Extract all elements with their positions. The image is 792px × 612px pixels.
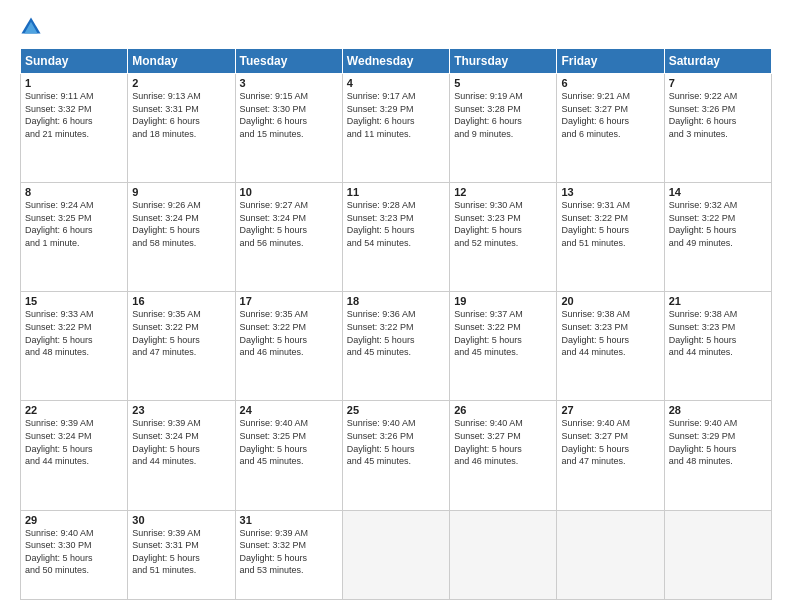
day-number: 24 [240,404,338,416]
day-info: Sunrise: 9:39 AM Sunset: 3:31 PM Dayligh… [132,527,230,577]
day-number: 23 [132,404,230,416]
day-info: Sunrise: 9:40 AM Sunset: 3:29 PM Dayligh… [669,417,767,467]
day-number: 1 [25,77,123,89]
calendar-cell: 27Sunrise: 9:40 AM Sunset: 3:27 PM Dayli… [557,401,664,510]
calendar-week-3: 15Sunrise: 9:33 AM Sunset: 3:22 PM Dayli… [21,292,772,401]
calendar-cell: 4Sunrise: 9:17 AM Sunset: 3:29 PM Daylig… [342,74,449,183]
calendar-cell: 26Sunrise: 9:40 AM Sunset: 3:27 PM Dayli… [450,401,557,510]
day-number: 26 [454,404,552,416]
day-info: Sunrise: 9:27 AM Sunset: 3:24 PM Dayligh… [240,199,338,249]
calendar-cell [450,510,557,599]
day-info: Sunrise: 9:39 AM Sunset: 3:24 PM Dayligh… [132,417,230,467]
calendar-cell: 6Sunrise: 9:21 AM Sunset: 3:27 PM Daylig… [557,74,664,183]
day-info: Sunrise: 9:31 AM Sunset: 3:22 PM Dayligh… [561,199,659,249]
day-info: Sunrise: 9:13 AM Sunset: 3:31 PM Dayligh… [132,90,230,140]
day-info: Sunrise: 9:17 AM Sunset: 3:29 PM Dayligh… [347,90,445,140]
calendar-cell: 14Sunrise: 9:32 AM Sunset: 3:22 PM Dayli… [664,183,771,292]
calendar-cell: 12Sunrise: 9:30 AM Sunset: 3:23 PM Dayli… [450,183,557,292]
calendar-cell [557,510,664,599]
day-info: Sunrise: 9:40 AM Sunset: 3:25 PM Dayligh… [240,417,338,467]
day-number: 27 [561,404,659,416]
day-number: 11 [347,186,445,198]
calendar-cell: 8Sunrise: 9:24 AM Sunset: 3:25 PM Daylig… [21,183,128,292]
day-number: 18 [347,295,445,307]
day-info: Sunrise: 9:39 AM Sunset: 3:32 PM Dayligh… [240,527,338,577]
calendar-cell: 1Sunrise: 9:11 AM Sunset: 3:32 PM Daylig… [21,74,128,183]
day-number: 9 [132,186,230,198]
calendar-cell [342,510,449,599]
calendar-cell: 21Sunrise: 9:38 AM Sunset: 3:23 PM Dayli… [664,292,771,401]
calendar-cell: 28Sunrise: 9:40 AM Sunset: 3:29 PM Dayli… [664,401,771,510]
day-info: Sunrise: 9:36 AM Sunset: 3:22 PM Dayligh… [347,308,445,358]
day-number: 3 [240,77,338,89]
calendar-cell: 16Sunrise: 9:35 AM Sunset: 3:22 PM Dayli… [128,292,235,401]
calendar-header: SundayMondayTuesdayWednesdayThursdayFrid… [21,49,772,74]
calendar-cell: 11Sunrise: 9:28 AM Sunset: 3:23 PM Dayli… [342,183,449,292]
weekday-wednesday: Wednesday [342,49,449,74]
weekday-row: SundayMondayTuesdayWednesdayThursdayFrid… [21,49,772,74]
weekday-friday: Friday [557,49,664,74]
day-info: Sunrise: 9:19 AM Sunset: 3:28 PM Dayligh… [454,90,552,140]
calendar-cell: 10Sunrise: 9:27 AM Sunset: 3:24 PM Dayli… [235,183,342,292]
calendar-cell: 19Sunrise: 9:37 AM Sunset: 3:22 PM Dayli… [450,292,557,401]
day-info: Sunrise: 9:11 AM Sunset: 3:32 PM Dayligh… [25,90,123,140]
calendar-cell: 24Sunrise: 9:40 AM Sunset: 3:25 PM Dayli… [235,401,342,510]
calendar-cell: 23Sunrise: 9:39 AM Sunset: 3:24 PM Dayli… [128,401,235,510]
weekday-thursday: Thursday [450,49,557,74]
calendar-cell: 25Sunrise: 9:40 AM Sunset: 3:26 PM Dayli… [342,401,449,510]
day-number: 13 [561,186,659,198]
day-info: Sunrise: 9:22 AM Sunset: 3:26 PM Dayligh… [669,90,767,140]
weekday-tuesday: Tuesday [235,49,342,74]
calendar-week-5: 29Sunrise: 9:40 AM Sunset: 3:30 PM Dayli… [21,510,772,599]
day-number: 2 [132,77,230,89]
day-number: 29 [25,514,123,526]
day-number: 8 [25,186,123,198]
day-info: Sunrise: 9:24 AM Sunset: 3:25 PM Dayligh… [25,199,123,249]
day-info: Sunrise: 9:40 AM Sunset: 3:30 PM Dayligh… [25,527,123,577]
calendar-week-2: 8Sunrise: 9:24 AM Sunset: 3:25 PM Daylig… [21,183,772,292]
day-number: 17 [240,295,338,307]
calendar-cell: 18Sunrise: 9:36 AM Sunset: 3:22 PM Dayli… [342,292,449,401]
day-number: 19 [454,295,552,307]
day-number: 6 [561,77,659,89]
day-info: Sunrise: 9:38 AM Sunset: 3:23 PM Dayligh… [669,308,767,358]
calendar-cell: 31Sunrise: 9:39 AM Sunset: 3:32 PM Dayli… [235,510,342,599]
day-number: 22 [25,404,123,416]
day-number: 7 [669,77,767,89]
calendar-cell: 15Sunrise: 9:33 AM Sunset: 3:22 PM Dayli… [21,292,128,401]
calendar-body: 1Sunrise: 9:11 AM Sunset: 3:32 PM Daylig… [21,74,772,600]
day-number: 20 [561,295,659,307]
day-number: 28 [669,404,767,416]
logo [20,16,46,38]
header [20,16,772,38]
day-info: Sunrise: 9:40 AM Sunset: 3:27 PM Dayligh… [454,417,552,467]
day-number: 30 [132,514,230,526]
day-info: Sunrise: 9:40 AM Sunset: 3:26 PM Dayligh… [347,417,445,467]
calendar-week-4: 22Sunrise: 9:39 AM Sunset: 3:24 PM Dayli… [21,401,772,510]
calendar: SundayMondayTuesdayWednesdayThursdayFrid… [20,48,772,600]
day-info: Sunrise: 9:28 AM Sunset: 3:23 PM Dayligh… [347,199,445,249]
day-number: 31 [240,514,338,526]
day-info: Sunrise: 9:21 AM Sunset: 3:27 PM Dayligh… [561,90,659,140]
day-info: Sunrise: 9:37 AM Sunset: 3:22 PM Dayligh… [454,308,552,358]
day-info: Sunrise: 9:33 AM Sunset: 3:22 PM Dayligh… [25,308,123,358]
day-number: 21 [669,295,767,307]
weekday-monday: Monday [128,49,235,74]
weekday-sunday: Sunday [21,49,128,74]
day-number: 4 [347,77,445,89]
day-number: 5 [454,77,552,89]
day-info: Sunrise: 9:32 AM Sunset: 3:22 PM Dayligh… [669,199,767,249]
calendar-cell: 5Sunrise: 9:19 AM Sunset: 3:28 PM Daylig… [450,74,557,183]
day-info: Sunrise: 9:15 AM Sunset: 3:30 PM Dayligh… [240,90,338,140]
day-info: Sunrise: 9:40 AM Sunset: 3:27 PM Dayligh… [561,417,659,467]
logo-icon [20,16,42,38]
day-number: 10 [240,186,338,198]
day-info: Sunrise: 9:38 AM Sunset: 3:23 PM Dayligh… [561,308,659,358]
calendar-cell: 2Sunrise: 9:13 AM Sunset: 3:31 PM Daylig… [128,74,235,183]
calendar-cell: 3Sunrise: 9:15 AM Sunset: 3:30 PM Daylig… [235,74,342,183]
calendar-cell: 7Sunrise: 9:22 AM Sunset: 3:26 PM Daylig… [664,74,771,183]
page: SundayMondayTuesdayWednesdayThursdayFrid… [0,0,792,612]
day-info: Sunrise: 9:35 AM Sunset: 3:22 PM Dayligh… [240,308,338,358]
day-info: Sunrise: 9:30 AM Sunset: 3:23 PM Dayligh… [454,199,552,249]
day-info: Sunrise: 9:26 AM Sunset: 3:24 PM Dayligh… [132,199,230,249]
